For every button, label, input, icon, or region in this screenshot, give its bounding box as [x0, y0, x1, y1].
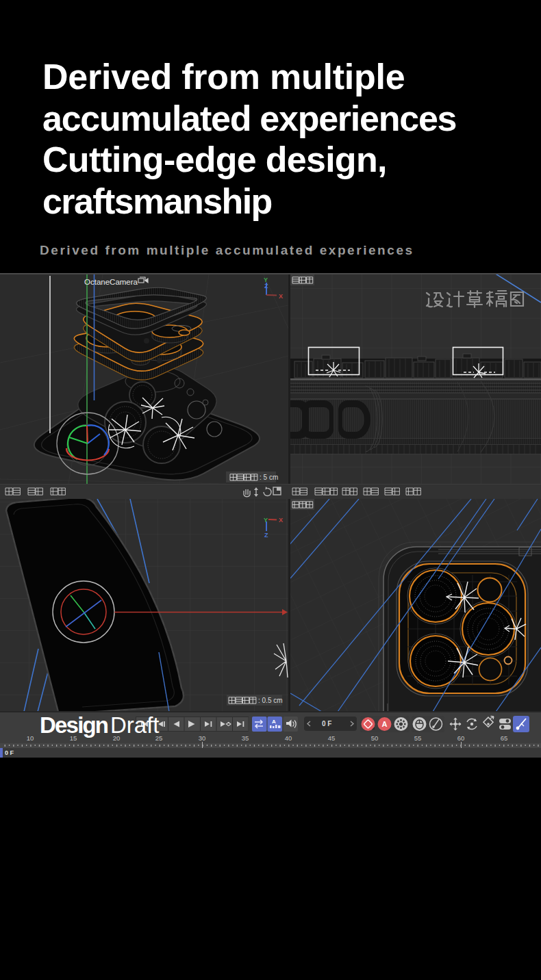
svg-text:A: A [382, 720, 388, 728]
svg-text:: 0.5 cm: : 0.5 cm [258, 697, 283, 704]
svg-text:Draft: Draft [110, 712, 160, 738]
svg-text:Z: Z [264, 532, 268, 539]
svg-text:50: 50 [371, 734, 379, 742]
svg-text:X: X [279, 517, 283, 524]
svg-text:10: 10 [27, 734, 34, 742]
svg-text:30: 30 [199, 734, 206, 742]
svg-text:A: A [272, 719, 276, 725]
svg-text:55: 55 [414, 734, 422, 742]
svg-text:OctaneCamera: OctaneCamera [84, 278, 138, 286]
svg-text:0 F: 0 F [5, 749, 14, 756]
svg-text:Y: Y [264, 517, 268, 524]
svg-text:35: 35 [242, 734, 249, 742]
svg-text:Z: Z [264, 283, 268, 289]
svg-text:: 5 cm: : 5 cm [260, 474, 278, 481]
svg-text:40: 40 [285, 734, 292, 742]
svg-text:65: 65 [501, 734, 508, 742]
svg-text:60: 60 [457, 734, 465, 742]
svg-text:45: 45 [328, 734, 336, 742]
svg-text:0 F: 0 F [322, 720, 331, 727]
svg-text:Design: Design [40, 712, 108, 738]
svg-text:X: X [279, 293, 283, 300]
